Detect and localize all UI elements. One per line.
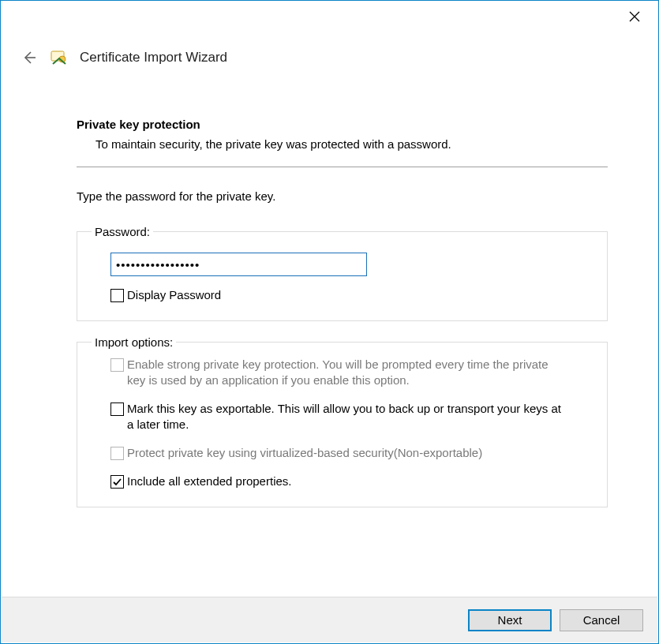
import-options-group: Import options: Enable strong private ke… [77, 335, 608, 507]
option-extended-props-row: Include all extended properties. [110, 474, 593, 489]
wizard-content: Private key protection To maintain secur… [1, 80, 658, 507]
option-extended-props-checkbox[interactable] [110, 475, 124, 489]
option-strong-protection-label: Enable strong private key protection. Yo… [127, 357, 569, 388]
option-exportable-checkbox[interactable] [110, 402, 124, 416]
display-password-label: Display Password [127, 287, 221, 303]
display-password-checkbox[interactable] [110, 289, 124, 302]
display-password-row: Display Password [110, 287, 593, 303]
wizard-footer: Next Cancel [2, 597, 657, 642]
close-button[interactable] [623, 6, 646, 28]
cancel-button[interactable]: Cancel [560, 609, 643, 631]
back-arrow-icon [21, 50, 37, 66]
password-group: Password: Display Password [77, 225, 608, 321]
back-button[interactable] [20, 48, 39, 67]
option-vbs-checkbox [110, 447, 124, 460]
password-prompt: Type the password for the private key. [77, 189, 608, 203]
next-button[interactable]: Next [468, 609, 552, 631]
option-extended-props-label: Include all extended properties. [127, 474, 291, 489]
wizard-title: Certificate Import Wizard [80, 50, 227, 66]
wizard-header: Certificate Import Wizard [1, 1, 658, 80]
import-options-legend: Import options: [92, 335, 176, 349]
option-vbs-label: Protect private key using virtualized-ba… [127, 445, 482, 461]
password-input[interactable] [110, 253, 367, 276]
close-icon [629, 11, 640, 22]
option-vbs-row: Protect private key using virtualized-ba… [110, 445, 593, 461]
section-title: Private key protection [77, 118, 608, 131]
divider [77, 167, 608, 167]
wizard-window: Certificate Import Wizard Private key pr… [0, 0, 659, 644]
option-strong-protection-row: Enable strong private key protection. Yo… [110, 357, 593, 388]
option-exportable-label: Mark this key as exportable. This will a… [127, 401, 569, 432]
option-exportable-row: Mark this key as exportable. This will a… [110, 401, 593, 432]
section-description: To maintain security, the private key wa… [77, 137, 608, 151]
certificate-icon [50, 48, 69, 67]
option-strong-protection-checkbox [110, 358, 124, 372]
password-legend: Password: [92, 225, 153, 238]
